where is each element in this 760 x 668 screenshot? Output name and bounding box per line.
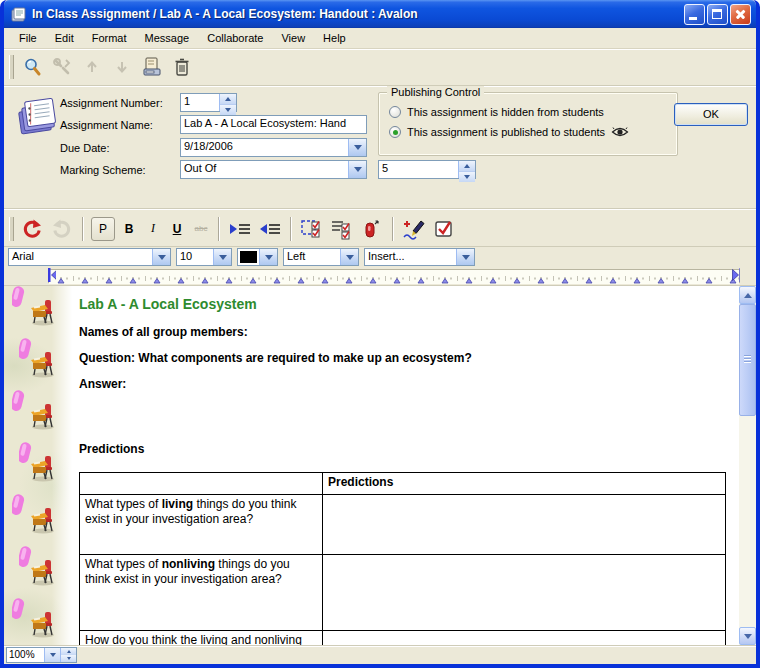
- italic-label: I: [151, 221, 155, 236]
- radio-button-selected[interactable]: [389, 126, 401, 138]
- minimize-button[interactable]: [684, 4, 705, 25]
- spin-up-icon[interactable]: [61, 648, 76, 655]
- italic-button[interactable]: I: [143, 219, 163, 239]
- chevron-down-icon[interactable]: [213, 249, 231, 265]
- due-date-combo[interactable]: 9/18/2006: [180, 138, 367, 157]
- menu-collaborate[interactable]: Collaborate: [198, 30, 272, 46]
- document-content[interactable]: Lab A - A Local Ecosystem Names of all g…: [72, 286, 739, 645]
- header-cell-empty[interactable]: [80, 473, 323, 495]
- approve-check-icon[interactable]: [431, 216, 457, 242]
- font-family-combo[interactable]: Arial: [8, 248, 171, 266]
- menu-format[interactable]: Format: [83, 30, 136, 46]
- font-size-combo[interactable]: 10: [176, 248, 232, 266]
- menu-view[interactable]: View: [272, 30, 314, 46]
- marking-scheme-combo[interactable]: Out Of: [180, 160, 367, 179]
- ok-button[interactable]: OK: [674, 103, 748, 126]
- menu-message[interactable]: Message: [136, 30, 199, 46]
- chevron-down-icon[interactable]: [340, 249, 358, 265]
- document-area[interactable]: Lab A - A Local Ecosystem Names of all g…: [4, 286, 756, 645]
- add-pen-icon[interactable]: [401, 216, 427, 242]
- school-desk-icon: [30, 507, 56, 534]
- answer-cell[interactable]: [323, 555, 726, 631]
- magnifier-icon[interactable]: [19, 54, 45, 80]
- toolbar-grip[interactable]: [9, 55, 14, 79]
- radio-published-option[interactable]: This assignment is published to students: [389, 125, 629, 139]
- zoom-control[interactable]: 100%: [6, 647, 77, 663]
- maximize-button[interactable]: [707, 4, 728, 25]
- question-cell-living[interactable]: What types of living things do you think…: [80, 495, 323, 555]
- align-combo[interactable]: Left: [283, 248, 359, 266]
- underline-button[interactable]: U: [167, 219, 187, 239]
- question-cell-interaction[interactable]: How do you think the living and nonlivin…: [80, 631, 323, 646]
- marking-scheme-label: Marking Scheme:: [60, 161, 146, 179]
- scroll-up-icon[interactable]: [739, 286, 756, 304]
- radio-button-unselected[interactable]: [389, 106, 401, 118]
- strikethrough-button[interactable]: abc: [191, 219, 211, 239]
- answer-line: Answer:: [79, 377, 739, 391]
- spin-up-icon[interactable]: [459, 161, 475, 172]
- answer-cell[interactable]: [323, 495, 726, 555]
- vertical-scrollbar[interactable]: [739, 286, 756, 645]
- spin-down-icon[interactable]: [61, 655, 76, 662]
- text-color-combo[interactable]: [237, 248, 278, 266]
- editor-toolbar-grip[interactable]: [9, 217, 14, 241]
- checklist-field-icon[interactable]: [329, 216, 355, 242]
- maximize-icon: [712, 9, 722, 19]
- assignment-number-spin-buttons[interactable]: [219, 94, 236, 111]
- indent-increase-icon[interactable]: [227, 216, 253, 242]
- minimize-icon: [689, 17, 697, 20]
- trash-icon[interactable]: [169, 54, 195, 80]
- answer-cell[interactable]: [323, 631, 726, 646]
- bold-label: B: [125, 222, 134, 236]
- spin-down-icon[interactable]: [220, 105, 236, 115]
- indent-decrease-icon[interactable]: [257, 216, 283, 242]
- spin-down-icon[interactable]: [459, 172, 475, 182]
- scroll-down-icon[interactable]: [739, 627, 756, 645]
- title-bar[interactable]: In Class Assignment / Lab A - A Local Ec…: [4, 0, 756, 28]
- arrow-up-icon[interactable]: [79, 54, 105, 80]
- chevron-down-icon[interactable]: [348, 139, 366, 156]
- predictions-header-label: Predictions: [328, 475, 393, 489]
- chevron-down-icon[interactable]: [456, 249, 474, 265]
- ok-label: OK: [703, 108, 719, 120]
- out-of-spin-buttons[interactable]: [458, 161, 475, 178]
- table-header-row: Predictions: [80, 473, 726, 495]
- spin-up-icon[interactable]: [220, 94, 236, 105]
- tools-icon[interactable]: [49, 54, 75, 80]
- underline-label: U: [173, 222, 182, 236]
- right-margin-marker[interactable]: [732, 268, 740, 282]
- chevron-down-icon[interactable]: [259, 249, 277, 265]
- assignment-name-input[interactable]: Lab A - A Local Ecosystem: Hand: [180, 115, 367, 134]
- bold-button[interactable]: B: [119, 219, 139, 239]
- scrollbar-thumb[interactable]: [739, 304, 756, 416]
- chevron-down-icon[interactable]: [152, 249, 170, 265]
- close-button[interactable]: [730, 4, 751, 25]
- chevron-down-icon[interactable]: [44, 648, 60, 662]
- record-field-icon[interactable]: [359, 216, 385, 242]
- paragraph-style-button[interactable]: P: [91, 217, 115, 241]
- school-desk-icon: [30, 403, 56, 430]
- window-title: In Class Assignment / Lab A - A Local Ec…: [32, 7, 682, 21]
- chevron-down-icon[interactable]: [348, 161, 366, 178]
- print-icon[interactable]: [139, 54, 165, 80]
- redo-icon[interactable]: [49, 216, 75, 242]
- undo-icon[interactable]: [19, 216, 45, 242]
- checkbox-field-icon[interactable]: [299, 216, 325, 242]
- out-of-spinner[interactable]: 5: [378, 160, 476, 179]
- radio-hidden-option[interactable]: This assignment is hidden from students: [389, 105, 604, 119]
- table-row: What types of nonliving things do you th…: [80, 555, 726, 631]
- insert-combo[interactable]: Insert...: [364, 248, 475, 266]
- zoom-spin-buttons[interactable]: [60, 648, 76, 662]
- school-desk-icon: [30, 455, 56, 482]
- menu-edit[interactable]: Edit: [46, 30, 83, 46]
- menu-help[interactable]: Help: [314, 30, 355, 46]
- due-date-value: 9/18/2006: [181, 139, 348, 156]
- menu-file[interactable]: File: [10, 30, 46, 46]
- assignment-number-spinner[interactable]: 1: [180, 93, 237, 112]
- header-cell-predictions[interactable]: Predictions: [323, 473, 726, 495]
- arrow-down-icon[interactable]: [109, 54, 135, 80]
- left-margin-marker[interactable]: [48, 268, 56, 282]
- question-cell-nonliving[interactable]: What types of nonliving things do you th…: [80, 555, 323, 631]
- font-row: Arial 10 Left Insert...: [4, 247, 756, 267]
- font-size-value: 10: [177, 249, 213, 265]
